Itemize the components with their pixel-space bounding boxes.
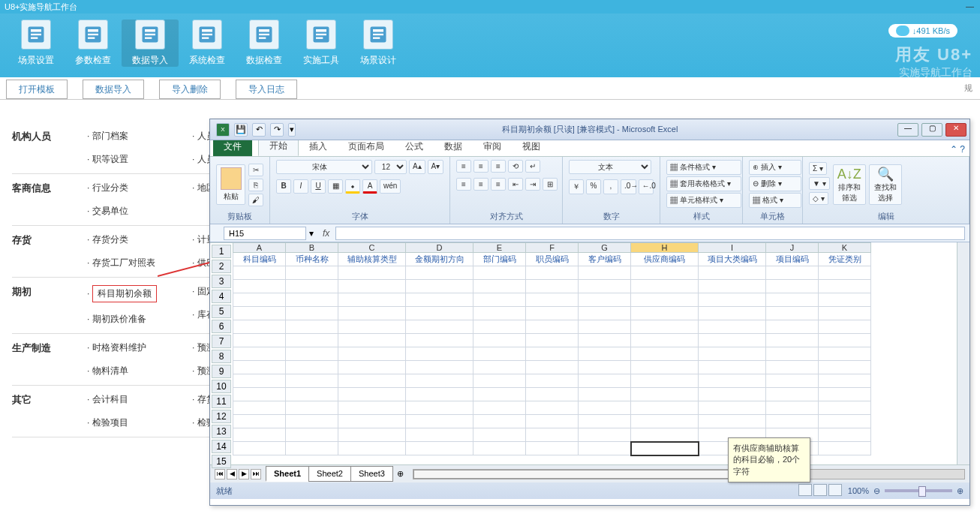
cell-H4[interactable] xyxy=(631,293,699,307)
cell-A15[interactable] xyxy=(233,442,286,455)
cell-B1[interactable]: 币种名称 xyxy=(286,253,338,266)
col-header-B[interactable]: B xyxy=(286,243,338,253)
col-header-K[interactable]: K xyxy=(819,243,871,253)
cell-C3[interactable] xyxy=(338,280,406,293)
cell-H3[interactable] xyxy=(631,280,699,293)
cell-F13[interactable] xyxy=(526,415,579,428)
cell-D10[interactable] xyxy=(406,374,473,388)
shrink-font-icon[interactable]: A▾ xyxy=(428,160,443,174)
cell-K14[interactable] xyxy=(819,428,871,442)
row-header[interactable]: 14 xyxy=(212,440,231,453)
cell-B12[interactable] xyxy=(286,401,338,415)
cell-B14[interactable] xyxy=(286,428,338,442)
cell-B7[interactable] xyxy=(286,334,338,347)
cell-I1[interactable]: 项目大类编码 xyxy=(699,253,766,266)
cell-C14[interactable] xyxy=(338,428,406,442)
link-item[interactable]: 职等设置 xyxy=(87,153,192,166)
cut-icon[interactable]: ✂ xyxy=(248,164,263,176)
cell-J5[interactable] xyxy=(766,307,819,320)
ribbon-checklist[interactable]: 参数检查 xyxy=(65,20,122,67)
cell-D2[interactable] xyxy=(406,266,473,280)
cell-A9[interactable] xyxy=(233,361,286,374)
tab-0[interactable]: 打开模板 xyxy=(6,80,68,99)
col-header-A[interactable]: A xyxy=(233,243,286,253)
cell-H5[interactable] xyxy=(631,307,699,320)
cell-J13[interactable] xyxy=(766,415,819,428)
minimize-button[interactable]: — xyxy=(897,123,918,137)
cell-F4[interactable] xyxy=(526,293,579,307)
normal-view-icon[interactable] xyxy=(798,484,812,496)
col-header-E[interactable]: E xyxy=(473,243,526,253)
italic-button[interactable]: I xyxy=(293,179,308,194)
ribbon-monitor[interactable]: 系统检查 xyxy=(179,20,236,67)
cell-D14[interactable] xyxy=(406,428,473,442)
col-header-D[interactable]: D xyxy=(406,243,473,253)
cell-J3[interactable] xyxy=(766,280,819,293)
cell-A1[interactable]: 科目编码 xyxy=(233,253,286,266)
cell-G12[interactable] xyxy=(579,401,631,415)
col-header-J[interactable]: J xyxy=(766,243,819,253)
cell-G4[interactable] xyxy=(579,293,631,307)
cell-A11[interactable] xyxy=(233,388,286,401)
col-header-F[interactable]: F xyxy=(526,243,579,253)
cell-C12[interactable] xyxy=(338,401,406,415)
cell-C8[interactable] xyxy=(338,347,406,361)
cell-B3[interactable] xyxy=(286,280,338,293)
cell-G8[interactable] xyxy=(579,347,631,361)
cell-E15[interactable] xyxy=(473,442,526,455)
insert-cells-button[interactable]: ⊕ 插入 ▾ xyxy=(749,160,801,175)
cell-J11[interactable] xyxy=(766,388,819,401)
row-header[interactable]: 9 xyxy=(212,365,231,378)
row-header[interactable]: 15 xyxy=(212,455,231,468)
cell-C2[interactable] xyxy=(338,266,406,280)
number-format-select[interactable]: 文本 xyxy=(569,160,651,174)
font-name-select[interactable]: 宋体 xyxy=(276,160,372,174)
cell-G15[interactable] xyxy=(579,442,631,455)
align-left-icon[interactable]: ≡ xyxy=(456,178,471,191)
cell-D9[interactable] xyxy=(406,361,473,374)
row-header[interactable]: 8 xyxy=(212,350,231,363)
cell-B11[interactable] xyxy=(286,388,338,401)
cell-F7[interactable] xyxy=(526,334,579,347)
cell-G2[interactable] xyxy=(579,266,631,280)
cell-A10[interactable] xyxy=(233,374,286,388)
cell-C13[interactable] xyxy=(338,415,406,428)
cell-A12[interactable] xyxy=(233,401,286,415)
cell-K11[interactable] xyxy=(819,388,871,401)
cell-H1[interactable]: 供应商编码 xyxy=(631,253,699,266)
cell-I4[interactable] xyxy=(699,293,766,307)
cond-format-button[interactable]: ▦ 条件格式 ▾ xyxy=(666,160,741,175)
col-header-H[interactable]: H xyxy=(631,243,699,253)
cell-G7[interactable] xyxy=(579,334,631,347)
minimize-icon[interactable]: — xyxy=(966,2,974,11)
zoom-in-icon[interactable]: ⊕ xyxy=(957,486,963,496)
namebox-dropdown-icon[interactable]: ▾ xyxy=(306,228,317,239)
cell-H10[interactable] xyxy=(631,374,699,388)
cell-K5[interactable] xyxy=(819,307,871,320)
cell-A6[interactable] xyxy=(233,320,286,334)
cell-C10[interactable] xyxy=(338,374,406,388)
cell-F10[interactable] xyxy=(526,374,579,388)
tab-3[interactable]: 导入日志 xyxy=(236,80,297,99)
sort-filter-button[interactable]: A↓Z 排序和筛选 xyxy=(833,164,866,205)
cell-D6[interactable] xyxy=(406,320,473,334)
find-select-button[interactable]: 🔍 查找和选择 xyxy=(869,164,902,205)
cell-F11[interactable] xyxy=(526,388,579,401)
row-header[interactable]: 11 xyxy=(212,395,231,408)
paste-button[interactable]: 粘贴 xyxy=(216,164,245,205)
cell-K15[interactable] xyxy=(819,442,871,455)
cell-E7[interactable] xyxy=(473,334,526,347)
orientation-icon[interactable]: ⟲ xyxy=(508,160,523,173)
cell-G13[interactable] xyxy=(579,415,631,428)
indent-inc-icon[interactable]: ⇥ xyxy=(525,178,540,191)
cell-K7[interactable] xyxy=(819,334,871,347)
cell-I6[interactable] xyxy=(699,320,766,334)
qat-more-icon[interactable]: ▾ xyxy=(288,123,296,137)
sheet-nav-next-icon[interactable]: ▶ xyxy=(239,469,249,479)
cell-J10[interactable] xyxy=(766,374,819,388)
indent-dec-icon[interactable]: ⇤ xyxy=(508,178,523,191)
cell-G11[interactable] xyxy=(579,388,631,401)
cell-F3[interactable] xyxy=(526,280,579,293)
cell-D13[interactable] xyxy=(406,415,473,428)
excel-titlebar[interactable]: X 💾 ↶ ↷ ▾ 科目期初余额 [只读] [兼容模式] - Microsoft… xyxy=(210,119,969,140)
